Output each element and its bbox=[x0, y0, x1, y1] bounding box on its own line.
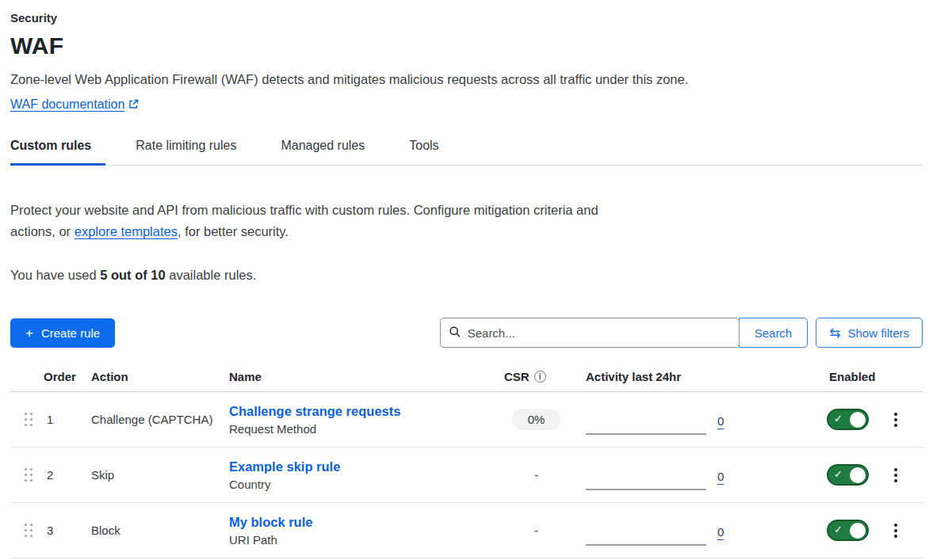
toggle-knob bbox=[850, 523, 866, 539]
create-rule-button[interactable]: + Create rule bbox=[10, 318, 115, 348]
plus-icon: + bbox=[25, 326, 33, 340]
row-menu-kebab-icon[interactable] bbox=[891, 520, 900, 541]
activity-count-link[interactable]: 0 bbox=[717, 414, 724, 428]
tab-bar: Custom rules Rate limiting rules Managed… bbox=[10, 139, 923, 166]
check-icon: ✓ bbox=[834, 468, 843, 480]
custom-rules-table: Order Action Name CSR i Activity last 24… bbox=[10, 370, 923, 558]
rule-field: Request Method bbox=[229, 422, 491, 436]
rule-name-link[interactable]: Example skip rule bbox=[229, 459, 340, 474]
swap-arrows-icon: ⇆ bbox=[829, 326, 840, 340]
column-header-enabled: Enabled bbox=[820, 370, 891, 383]
search-button[interactable]: Search bbox=[739, 318, 809, 348]
external-link-icon bbox=[128, 98, 139, 112]
rule-name-link[interactable]: My block rule bbox=[229, 515, 312, 530]
enabled-toggle[interactable]: ✓ bbox=[827, 409, 869, 430]
activity-sparkline bbox=[586, 544, 706, 546]
page-title: WAF bbox=[10, 32, 923, 59]
activity-sparkline bbox=[586, 433, 706, 435]
waf-page: Security WAF Zone-level Web Application … bbox=[0, 0, 933, 558]
csr-badge: 0% bbox=[512, 409, 561, 430]
rule-field: URI Path bbox=[229, 533, 491, 547]
breadcrumb-security: Security bbox=[10, 6, 923, 25]
rule-field: Country bbox=[229, 478, 491, 491]
column-header-csr: CSR bbox=[504, 370, 530, 383]
drag-handle-icon[interactable] bbox=[25, 413, 33, 426]
intro-text: Protect your website and API from malici… bbox=[10, 200, 601, 242]
rule-action: Challenge (CAPTCHA) bbox=[91, 410, 229, 429]
table-row: 3 Block My block rule URI Path - 0 ✓ bbox=[10, 503, 923, 558]
usage-summary: You have used 5 out of 10 available rule… bbox=[10, 268, 923, 283]
row-menu-kebab-icon[interactable] bbox=[891, 465, 900, 486]
rule-order: 1 bbox=[44, 413, 91, 426]
csr-value: - bbox=[534, 468, 538, 482]
create-rule-label: Create rule bbox=[41, 326, 100, 340]
check-icon: ✓ bbox=[834, 413, 843, 425]
usage-count: 5 out of 10 bbox=[100, 268, 166, 282]
toggle-knob bbox=[850, 412, 866, 428]
activity-sparkline bbox=[586, 489, 706, 490]
intro-text-after: , for better security. bbox=[178, 224, 289, 238]
rule-order: 3 bbox=[44, 524, 91, 537]
search-icon bbox=[449, 326, 461, 341]
drag-handle-icon[interactable] bbox=[25, 524, 33, 537]
usage-prefix: You have used bbox=[10, 268, 100, 282]
tab-tools[interactable]: Tools bbox=[395, 139, 453, 166]
row-menu-kebab-icon[interactable] bbox=[891, 410, 900, 430]
column-header-activity: Activity last 24hr bbox=[566, 370, 820, 383]
enabled-toggle[interactable]: ✓ bbox=[827, 520, 869, 541]
enabled-toggle[interactable]: ✓ bbox=[827, 464, 869, 486]
rule-action: Skip bbox=[91, 466, 229, 484]
table-header-row: Order Action Name CSR i Activity last 24… bbox=[10, 370, 923, 392]
csr-value: - bbox=[534, 524, 538, 537]
tab-managed-rules[interactable]: Managed rules bbox=[266, 139, 379, 166]
toggle-knob bbox=[850, 467, 866, 483]
page-description: Zone-level Web Application Firewall (WAF… bbox=[10, 72, 923, 87]
column-header-action: Action bbox=[91, 370, 229, 383]
check-icon: ✓ bbox=[834, 524, 843, 535]
rule-order: 2 bbox=[44, 468, 91, 482]
table-row: 1 Challenge (CAPTCHA) Challenge strange … bbox=[10, 392, 923, 448]
rule-action: Block bbox=[91, 521, 229, 539]
show-filters-label: Show filters bbox=[847, 326, 909, 340]
activity-count-link[interactable]: 0 bbox=[717, 470, 724, 483]
table-row: 2 Skip Example skip rule Country - 0 ✓ bbox=[10, 448, 923, 503]
activity-count-link[interactable]: 0 bbox=[717, 525, 724, 539]
column-header-order: Order bbox=[44, 370, 91, 383]
tab-custom-rules[interactable]: Custom rules bbox=[10, 139, 105, 166]
explore-templates-link[interactable]: explore templates bbox=[75, 224, 178, 238]
usage-suffix: available rules. bbox=[166, 268, 257, 282]
column-header-name: Name bbox=[229, 370, 491, 383]
show-filters-button[interactable]: ⇆ Show filters bbox=[816, 318, 923, 348]
info-icon[interactable]: i bbox=[534, 371, 546, 383]
search-input[interactable] bbox=[440, 318, 740, 348]
rules-toolbar: + Create rule Search ⇆ Show filters bbox=[10, 318, 923, 348]
waf-documentation-link[interactable]: WAF documentation bbox=[10, 97, 124, 111]
rule-name-link[interactable]: Challenge strange requests bbox=[229, 404, 400, 419]
drag-handle-icon[interactable] bbox=[25, 468, 33, 482]
tab-rate-limiting-rules[interactable]: Rate limiting rules bbox=[121, 139, 250, 166]
